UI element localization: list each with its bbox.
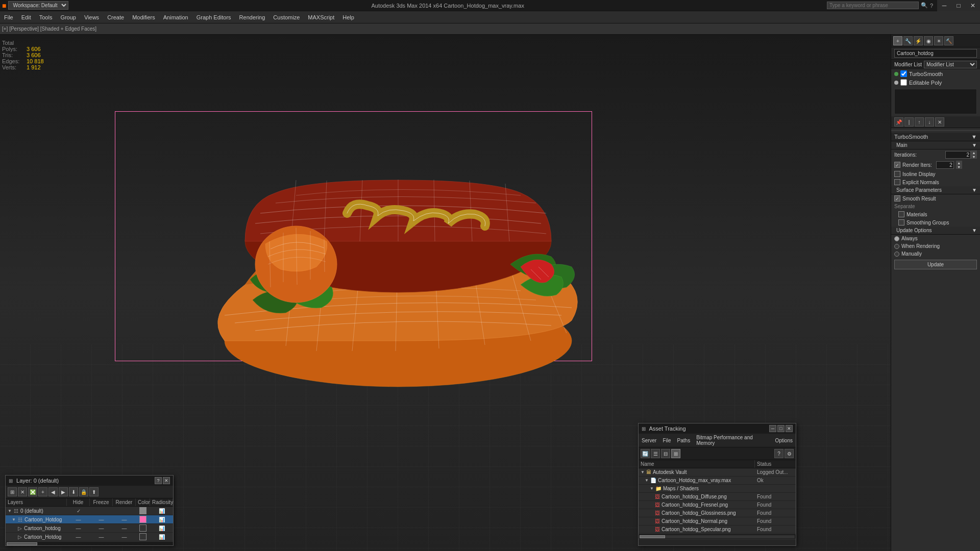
layers-scroll-thumb[interactable]	[7, 542, 37, 545]
asset-row-1[interactable]: ▼ 📄 Cartoon_Hotdog_max_vray.max Ok	[639, 477, 796, 485]
layer-radiosity-1[interactable]: 📊	[150, 517, 173, 522]
asset-tb-settings[interactable]: ⚙	[785, 449, 794, 458]
layer-tb-btn-4[interactable]: ◀	[48, 487, 58, 496]
layer-freeze-3[interactable]: —	[90, 534, 113, 540]
asset-row-6[interactable]: 🖼 Cartoon_hotdog_Normal.png Found	[639, 517, 796, 525]
menu-animation[interactable]: Animation	[159, 13, 192, 22]
asset-tb-1[interactable]: ☰	[651, 449, 660, 458]
layers-panel-title[interactable]: ⊞ Layer: 0 (default) ? ✕	[6, 475, 173, 486]
menu-help[interactable]: Help	[338, 13, 358, 22]
search-icon[interactable]: 🔍	[921, 2, 928, 9]
menu-create[interactable]: Create	[103, 13, 128, 22]
layer-tb-btn-8[interactable]: ⬆	[89, 487, 99, 496]
smoothing-groups-checkbox[interactable]	[898, 219, 904, 226]
menu-maxscript[interactable]: MAXScript	[304, 13, 338, 22]
expand-icon-1[interactable]: ▼	[12, 517, 16, 522]
asset-scroll-area[interactable]: ▼ 🏛 Autodesk Vault Logged Out... ▼ 📄 Car…	[639, 468, 796, 534]
layer-render-2[interactable]: —	[113, 525, 136, 531]
mod-ctrl-pin[interactable]: 📌	[894, 117, 903, 127]
minimize-button[interactable]: ─	[937, 0, 951, 11]
modifier-checkbox-editable-poly[interactable]	[900, 79, 907, 86]
asset-tb-2[interactable]: ⊟	[661, 449, 670, 458]
layer-hide-2[interactable]: —	[67, 525, 90, 531]
menu-tools[interactable]: Tools	[35, 13, 57, 22]
asset-tb-0[interactable]: 🔄	[641, 449, 650, 458]
layers-help-button[interactable]: ?	[155, 477, 162, 484]
layer-tb-btn-1[interactable]: ✕	[18, 487, 27, 496]
render-iters-checkbox[interactable]	[894, 162, 900, 168]
asset-row-4[interactable]: 🖼 Cartoon_hotdog_Fresnel.png Found	[639, 501, 796, 509]
asset-minimize-button[interactable]: ─	[769, 425, 776, 432]
layer-row-3[interactable]: ▷ Cartoon_Hotdog — — — 📊	[6, 533, 173, 541]
menu-group[interactable]: Group	[56, 13, 80, 22]
asset-maximize-button[interactable]: □	[777, 425, 785, 432]
asset-hscroll-thumb[interactable]	[640, 535, 665, 538]
surface-params-header[interactable]: Surface Parameters ▼	[891, 186, 980, 194]
help-icon[interactable]: ?	[930, 3, 933, 9]
layer-color-3[interactable]	[136, 533, 150, 540]
layer-radiosity-2[interactable]: 📊	[150, 525, 173, 531]
layers-scroll-area[interactable]: ▼ ☷ 0 (default) ✓ 📊 ▼ ☷ Cartoon_Hotdo	[6, 507, 173, 541]
expand-1[interactable]: ▼	[645, 478, 649, 483]
modifier-checkbox-turbosmooth[interactable]	[900, 70, 907, 77]
manually-radio[interactable]	[894, 252, 899, 257]
menu-file[interactable]: File	[0, 13, 17, 22]
layer-freeze-1[interactable]: —	[90, 517, 113, 522]
asset-row-5[interactable]: 🖼 Cartoon_hotdog_Glossiness.png Found	[639, 509, 796, 517]
panel-icon-hierarchy[interactable]: ⚡	[914, 36, 923, 45]
menu-customize[interactable]: Customize	[269, 13, 304, 22]
layer-tb-btn-3[interactable]: +	[38, 487, 47, 496]
mod-ctrl-move-up[interactable]: ↑	[915, 117, 924, 127]
asset-panel-title[interactable]: ⊞ Asset Tracking ─ □ ✕	[639, 423, 796, 434]
explicit-normals-checkbox[interactable]	[894, 179, 900, 185]
panel-icon-create[interactable]: +	[893, 36, 902, 45]
search-input[interactable]	[827, 2, 919, 9]
layer-row-1[interactable]: ▼ ☷ Cartoon_Hotdog — — — 📊	[6, 515, 173, 524]
render-iters-down[interactable]: ▼	[956, 165, 962, 169]
asset-hscroll[interactable]	[639, 534, 796, 539]
asset-tb-3[interactable]: ⊞	[671, 449, 680, 458]
when-rendering-radio[interactable]	[894, 244, 899, 249]
isoline-checkbox[interactable]	[894, 171, 900, 177]
asset-menu-file[interactable]: File	[659, 437, 674, 444]
asset-row-0[interactable]: ▼ 🏛 Autodesk Vault Logged Out...	[639, 468, 796, 477]
asset-menu-server[interactable]: Server	[639, 437, 659, 444]
render-iters-up[interactable]: ▲	[956, 161, 962, 165]
menu-views[interactable]: Views	[80, 13, 103, 22]
layer-tb-btn-7[interactable]: 🔒	[79, 487, 88, 496]
update-options-header[interactable]: Update Options ▼	[891, 227, 980, 235]
layer-hide-3[interactable]: —	[67, 534, 90, 540]
render-iters-input[interactable]	[936, 161, 954, 169]
asset-scrollbar[interactable]	[639, 534, 796, 545]
panel-icon-display[interactable]: ☀	[934, 36, 943, 45]
mod-ctrl-vert[interactable]: |	[904, 117, 914, 127]
layer-row-0[interactable]: ▼ ☷ 0 (default) ✓ 📊	[6, 507, 173, 515]
iterations-up[interactable]: ▲	[971, 151, 977, 155]
layer-hide-1[interactable]: —	[67, 517, 90, 522]
smooth-result-checkbox[interactable]	[894, 195, 900, 202]
panel-icon-motion[interactable]: ◉	[924, 36, 933, 45]
mod-ctrl-move-down[interactable]: ↓	[925, 117, 934, 127]
layer-tb-btn-6[interactable]: ⬇	[69, 487, 78, 496]
modifier-turbosmooth[interactable]: TurboSmooth	[891, 69, 980, 78]
expand-icon-0[interactable]: ▼	[8, 509, 12, 513]
layer-radiosity-3[interactable]: 📊	[150, 534, 173, 540]
asset-menu-paths[interactable]: Paths	[674, 437, 694, 444]
iterations-input[interactable]	[945, 151, 971, 159]
always-radio[interactable]	[894, 236, 899, 241]
expand-2[interactable]: ▼	[650, 486, 654, 491]
layer-hide-0[interactable]: ✓	[67, 508, 90, 514]
layer-tb-btn-0[interactable]: ⊞	[8, 487, 17, 496]
layers-close-button[interactable]: ✕	[163, 477, 170, 484]
asset-menu-bitmap[interactable]: Bitmap Performance and Memory	[693, 434, 772, 447]
panel-icon-utilities[interactable]: 🔨	[944, 36, 953, 45]
maximize-button[interactable]: □	[951, 0, 966, 11]
layer-color-1[interactable]	[136, 516, 150, 523]
asset-row-7[interactable]: 🖼 Cartoon_hotdog_Specular.png Found	[639, 525, 796, 534]
materials-checkbox[interactable]	[898, 211, 904, 217]
menu-edit[interactable]: Edit	[17, 13, 35, 22]
asset-menu-options[interactable]: Options	[772, 437, 796, 444]
turbosmooth-header[interactable]: TurboSmooth ▼	[891, 133, 980, 141]
modifier-editable-poly[interactable]: Editable Poly	[891, 78, 980, 87]
asset-row-3[interactable]: 🖼 Cartoon_hotdog_Diffuse.png Found	[639, 493, 796, 501]
